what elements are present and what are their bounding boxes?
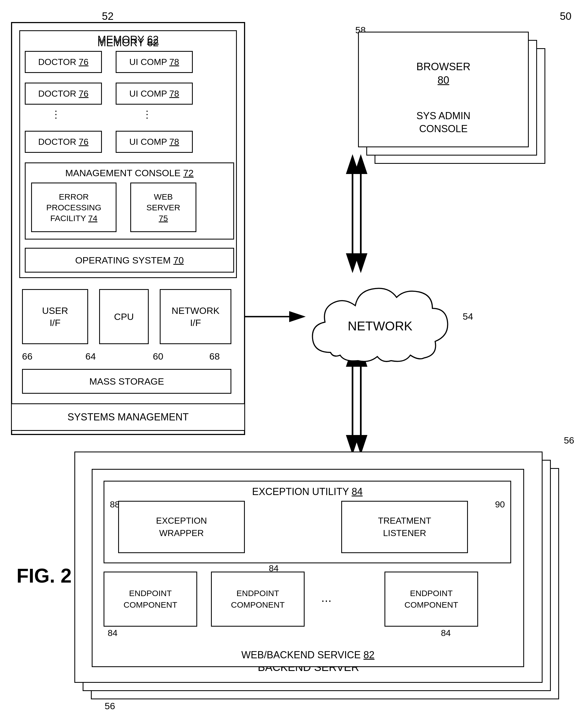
uicomp-label-1: UI COMP 78 (117, 57, 192, 67)
doctor-box-1: DOCTOR 76 (25, 51, 102, 73)
memory-text: MEMORY 62 (19, 34, 237, 46)
browser-label: BROWSER80 (359, 60, 528, 87)
doctor-label-2: DOCTOR 76 (26, 88, 101, 99)
web-backend-box: WEB/BACKEND SERVICE 82 EXCEPTION UTILITY… (92, 469, 524, 667)
network-cloud: NETWORK (297, 270, 463, 375)
label-90: 90 (495, 499, 505, 510)
label-84-ep1: 84 (108, 628, 118, 638)
mass-storage-box: MASS STORAGE (22, 369, 231, 394)
mgmt-console-label: MANAGEMENT CONSOLE 72 (26, 167, 233, 179)
endpoint-label-1: ENDPOINTCOMPONENT (104, 588, 196, 611)
mgmt-console-outer: MANAGEMENT CONSOLE 72 ERRORPROCESSINGFAC… (25, 163, 234, 239)
cpu-box: CPU (99, 289, 149, 344)
treatment-listener-box: TREATMENTLISTENER (341, 501, 468, 553)
exception-wrapper-label: EXCEPTIONWRAPPER (119, 515, 244, 539)
ellipsis-doctor: ⋮ (51, 109, 62, 120)
uicomp-box-1: UI COMP 78 (116, 51, 193, 73)
label-52: 52 (102, 10, 113, 22)
endpoint-box-2: ENDPOINTCOMPONENT (211, 572, 304, 626)
label-64: 64 (85, 351, 96, 362)
svg-text:NETWORK: NETWORK (348, 319, 412, 333)
label-50: 50 (560, 10, 571, 22)
error-proc-label: ERRORPROCESSINGFACILITY 74 (32, 191, 116, 224)
mass-storage-label: MASS STORAGE (23, 376, 231, 387)
doctor-box-2: DOCTOR 76 (25, 83, 102, 105)
exception-util-box: EXCEPTION UTILITY 84 88 EXCEPTIONWRAPPER… (104, 481, 511, 563)
ellipsis-endpoint: ⋯ (321, 595, 334, 607)
diagram: 50 52 MEMORY 6252 MEMORY 62 DOCTOR 76 UI… (0, 0, 588, 723)
os-label: OPERATING SYSTEM 70 (26, 255, 233, 266)
uicomp-label-3: UI COMP 78 (117, 136, 192, 147)
endpoint-box-1: ENDPOINTCOMPONENT (104, 572, 197, 626)
doctor-box-3: DOCTOR 76 (25, 131, 102, 153)
exception-wrapper-box: EXCEPTIONWRAPPER (118, 501, 245, 553)
label-56-bot: 56 (105, 701, 115, 711)
web-backend-label: WEB/BACKEND SERVICE 82 (92, 649, 523, 661)
endpoint-label-2: ENDPOINTCOMPONENT (212, 588, 304, 611)
label-54: 54 (463, 311, 473, 322)
user-if-label: USERI/F (23, 304, 87, 329)
sysadmin-label: SYS ADMINCONSOLE (359, 110, 528, 135)
label-60: 60 (153, 351, 163, 362)
label-66: 66 (22, 351, 33, 362)
cpu-label: CPU (100, 311, 148, 322)
error-proc-box: ERRORPROCESSINGFACILITY 74 (31, 183, 117, 232)
fig-label: FIG. 2 (17, 565, 71, 587)
web-server-box: WEBSERVER75 (130, 183, 196, 232)
web-server-label: WEBSERVER75 (131, 191, 195, 224)
uicomp-box-3: UI COMP 78 (116, 131, 193, 153)
uicomp-box-2: UI COMP 78 (116, 83, 193, 105)
endpoint-box-3: ENDPOINTCOMPONENT (384, 572, 478, 626)
doctor-label-3: DOCTOR 76 (26, 136, 101, 147)
ellipsis-uicomp: ⋮ (142, 109, 153, 120)
browser-stack-1: BROWSER80 SYS ADMINCONSOLE (358, 31, 529, 147)
endpoint-label-3: ENDPOINTCOMPONENT (385, 588, 477, 611)
sys-mgmt-border (11, 403, 245, 431)
label-84-ep2: 84 (441, 628, 451, 638)
treatment-listener-label: TREATMENTLISTENER (342, 515, 467, 539)
network-if-box: NETWORKI/F (160, 289, 231, 344)
user-if-box: USERI/F (22, 289, 88, 344)
uicomp-label-2: UI COMP 78 (117, 88, 192, 99)
network-if-label: NETWORKI/F (161, 304, 231, 329)
label-68: 68 (209, 351, 220, 362)
os-box: OPERATING SYSTEM 70 (25, 248, 234, 273)
exception-util-label: EXCEPTION UTILITY 84 (104, 486, 510, 497)
doctor-label-1: DOCTOR 76 (26, 57, 101, 67)
label-56-top: 56 (564, 435, 574, 446)
backend-stack-1: BACKEND SERVER WEB/BACKEND SERVICE 82 EX… (75, 451, 543, 683)
